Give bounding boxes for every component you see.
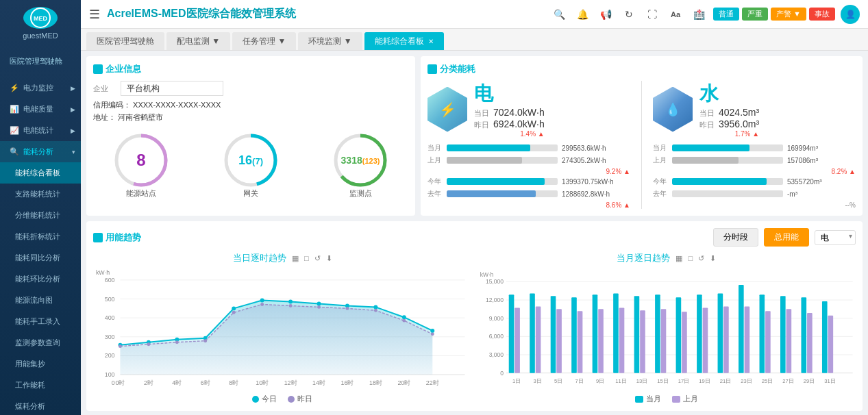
sidebar-item-manual[interactable]: 能耗手工录入 (0, 311, 81, 332)
sidebar-item-work[interactable]: 工作能耗 (0, 375, 81, 396)
circle-monitor-points: 3318(123) 监测点 (332, 132, 388, 199)
speaker-icon-btn[interactable]: 📢 (597, 5, 615, 23)
hospital-icon-btn[interactable]: 🏥 (690, 5, 708, 23)
sidebar-item-coal[interactable]: 煤耗分析 (0, 396, 81, 415)
elec-lyear-val: 1288692.8kW·h (562, 190, 630, 198)
svg-text:18时: 18时 (369, 379, 382, 386)
chart2-icon2[interactable]: □ (688, 254, 693, 262)
sidebar-item-power-monitor[interactable]: ⚡ 电力监控 ▶ (0, 77, 81, 99)
svg-text:0: 0 (500, 370, 504, 377)
svg-rect-116 (821, 301, 827, 373)
total-btn[interactable]: 总用能 (764, 228, 809, 247)
svg-rect-113 (801, 297, 806, 373)
sidebar-item-power-stats[interactable]: 📈 电能统计 ▶ (0, 120, 81, 141)
legend-yesterday-label: 昨日 (297, 394, 312, 404)
tab-close-icon[interactable]: ✕ (428, 38, 434, 45)
search-icon-btn[interactable]: 🔍 (550, 5, 568, 23)
svg-text:11日: 11日 (615, 378, 626, 384)
energy-card-title: 分类能耗 (427, 63, 856, 75)
badge-warning[interactable]: 产警 ▼ (771, 8, 806, 21)
chart1-icon1[interactable]: ▦ (292, 254, 299, 263)
svg-rect-98 (697, 294, 702, 373)
chart2-icon3[interactable]: ↺ (698, 254, 704, 263)
svg-text:200: 200 (105, 352, 115, 359)
tab-hospital[interactable]: 医院管理驾驶舱 (86, 32, 164, 50)
svg-text:16时: 16时 (341, 379, 354, 386)
svg-rect-84 (598, 309, 604, 373)
electricity-name: 电 (474, 81, 545, 107)
svg-rect-71 (508, 294, 514, 373)
sidebar-item-param[interactable]: 监测参数查询 (0, 332, 81, 353)
svg-rect-77 (550, 296, 556, 373)
chart2-legend: 当月 上月 (478, 394, 856, 404)
sidebar-item-power-quality[interactable]: 📊 电能质量 ▶ (0, 99, 81, 120)
svg-rect-86 (613, 293, 619, 373)
badge-severe[interactable]: 严重 (742, 8, 768, 21)
svg-rect-104 (739, 285, 744, 373)
sidebar-item-hospital-overview[interactable]: 医院管理驾驶舱 (0, 51, 81, 72)
elec-diff: 1.4% ▲ (474, 130, 545, 138)
tab-energy-dashboard[interactable]: 能耗综合看板 ✕ (364, 32, 444, 50)
chart1-icon2[interactable]: □ (304, 254, 309, 262)
svg-rect-99 (702, 307, 708, 373)
svg-rect-101 (717, 293, 723, 373)
svg-point-49 (203, 339, 207, 342)
chart2-download[interactable]: ⬇ (710, 254, 716, 263)
water-lmonth-val: 157086m³ (787, 157, 856, 164)
badge-normal[interactable]: 普通 (713, 8, 739, 21)
tab-env[interactable]: 环境监测 ▼ (298, 32, 362, 50)
water-lyear-val: -m³ (787, 190, 856, 198)
energy-trend-card: 用能趋势 分时段 总用能 电 水 当日逐时趋势 ▦ □ (86, 221, 863, 411)
username-label: guestMED (23, 32, 58, 40)
sidebar-item-energy-dashboard[interactable]: 能耗综合看板 (0, 162, 81, 184)
hourly-btn[interactable]: 分时段 (713, 228, 758, 247)
company-input[interactable] (121, 81, 223, 96)
hamburger-icon[interactable]: ☰ (89, 7, 100, 22)
svg-text:23日: 23日 (741, 378, 752, 384)
topbar: ☰ AcrelEMS-MED医院综合能效管理系统 🔍 🔔 📢 ↻ ⛶ Aa 🏥 … (81, 0, 868, 29)
svg-rect-74 (530, 293, 535, 373)
sidebar-item-branch-stats[interactable]: 支路能耗统计 (0, 184, 81, 205)
tab-task[interactable]: 任务管理 ▼ (232, 32, 296, 50)
font-icon-btn[interactable]: Aa (667, 5, 684, 23)
chart1-icon3[interactable]: ↺ (314, 254, 321, 263)
chart2-title: 当月逐日趋势 (617, 252, 670, 264)
monthly-chart: 当月逐日趋势 ▦ □ ↺ ⬇ kW·h 15,000 (478, 252, 856, 404)
refresh-icon-btn[interactable]: ↻ (620, 5, 638, 23)
svg-text:400: 400 (105, 314, 115, 321)
sidebar-item-mom[interactable]: 能耗环比分析 (0, 268, 81, 290)
svg-rect-78 (556, 309, 562, 373)
chart2-icon1[interactable]: ▦ (675, 254, 682, 263)
row1: 企业信息 企业 信用编码： XXXX-XXXX-XXXX-XXXX 地址： 河南… (86, 56, 863, 216)
legend-today-label: 今日 (262, 394, 277, 404)
fullscreen-icon-btn[interactable]: ⛶ (643, 5, 661, 23)
sidebar-item-flow[interactable]: 能源流向图 (0, 290, 81, 311)
flow-label: 能源流向图 (15, 295, 53, 305)
bell-icon-btn[interactable]: 🔔 (573, 5, 591, 23)
sidebar-item-yoy[interactable]: 能耗同比分析 (0, 247, 81, 268)
svg-rect-80 (571, 297, 577, 373)
svg-rect-96 (682, 312, 687, 373)
chart1-download[interactable]: ⬇ (326, 254, 332, 263)
svg-text:12时: 12时 (284, 379, 297, 386)
sidebar-item-collect[interactable]: 用能集抄 (0, 353, 81, 375)
svg-text:3日: 3日 (533, 378, 541, 384)
sidebar-item-energy-analysis[interactable]: 🔍 能耗分析 ▾ (0, 141, 81, 162)
legend-lastmonth-rect (672, 396, 680, 403)
tab-hospital-label: 医院管理驾驶舱 (97, 36, 154, 47)
water-yest-label: 昨日 (699, 120, 715, 130)
sidebar-item-sub-stats[interactable]: 分维能耗统计 (0, 205, 81, 226)
energy-type-select[interactable]: 电 水 (815, 230, 856, 245)
collect-label: 用能集抄 (15, 359, 45, 369)
badge-accident[interactable]: 事故 (809, 8, 835, 21)
user-avatar[interactable]: 👤 (841, 5, 860, 24)
circle-energy-nodes: 8 能源站点 (113, 132, 169, 199)
tab-electric[interactable]: 配电监测 ▼ (166, 32, 230, 50)
water-year-val: 5355720m³ (787, 178, 856, 186)
svg-point-57 (431, 332, 434, 336)
svg-point-40 (288, 300, 293, 304)
sub-stats-label: 分维能耗统计 (15, 210, 60, 221)
svg-text:0: 0 (112, 379, 115, 386)
sidebar-item-target-stats[interactable]: 能耗折标统计 (0, 226, 81, 247)
trend-title-icon (93, 233, 103, 242)
